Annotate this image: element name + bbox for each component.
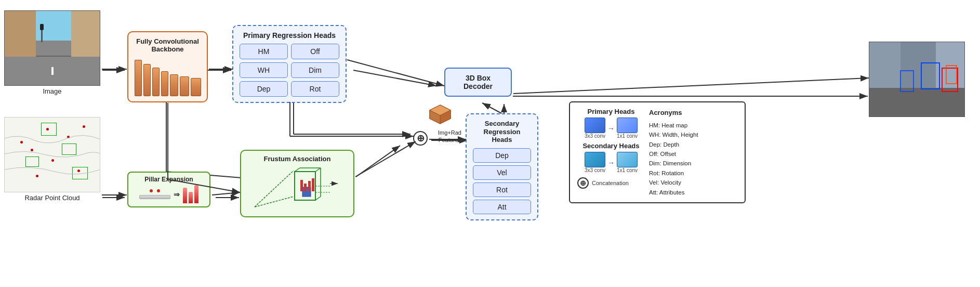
secondary-heads-title: SecondaryRegressionHeads <box>473 120 531 144</box>
features-label: Img+RadFeatures <box>438 129 461 144</box>
radar-image <box>4 117 100 192</box>
legend-block-3x3-primary: 3x3 conv <box>585 118 605 139</box>
road-line <box>51 67 54 75</box>
legend-box: Primary Heads 3x3 conv → 1x1 conv Second… <box>569 101 746 203</box>
main-diagram: Image Radar Point Cloud <box>0 0 980 287</box>
terrain-lines <box>5 118 100 192</box>
pillar-bar-2 <box>189 192 193 203</box>
street-image-block: Image <box>4 10 100 95</box>
pillar-box: Pillar Expansion ⇒ <box>127 172 210 207</box>
legend-3x3-label: 3x3 conv <box>585 133 605 139</box>
svg-line-4 <box>353 70 436 86</box>
svg-line-10 <box>356 146 400 177</box>
pillar-dot-1 <box>150 189 153 192</box>
conv-block-1x1-sec <box>617 152 638 167</box>
pillar-bar-3 <box>194 185 198 203</box>
output-image-block <box>869 42 965 117</box>
svg-rect-37 <box>900 71 913 92</box>
secondary-head-dep: Dep <box>473 148 531 163</box>
secondary-heads-box: SecondaryRegressionHeads Dep Vel Rot Att <box>466 113 538 220</box>
conv-block-3x3 <box>585 118 605 133</box>
head-cell-dep: Dep <box>240 81 288 97</box>
conv-layer-4 <box>161 71 168 96</box>
legend-arrow-2: → <box>607 159 615 167</box>
conv-layers-visual <box>135 57 201 96</box>
conv-layer-5 <box>170 74 178 96</box>
legend-arrow-1: → <box>607 124 615 133</box>
features-label-node: Img+RadFeatures <box>438 129 461 144</box>
acronym-vel: Vel: Velocity <box>649 178 737 187</box>
pillar-ground <box>139 189 170 199</box>
acronym-off: Off: Offset <box>649 149 737 159</box>
frustum-label: Frustum Association <box>264 155 331 163</box>
backbone-title: Fully Convolutional Backbone <box>136 37 199 53</box>
secondary-heads-grid: Dep Vel Rot Att <box>473 148 531 214</box>
conv-block-3x3-sec <box>585 152 605 167</box>
svg-rect-35 <box>921 63 939 89</box>
legend-block-1x1-secondary: 1x1 conv <box>617 152 638 173</box>
svg-rect-28 <box>308 181 311 191</box>
legend-1x1-label: 1x1 conv <box>617 133 638 139</box>
output-image <box>869 42 965 117</box>
legend-block-1x1-primary: 1x1 conv <box>617 118 638 139</box>
legend-primary-conv: 3x3 conv → 1x1 conv <box>577 118 645 139</box>
svg-rect-29 <box>312 178 314 191</box>
primary-heads-box: Primary Regression Heads HM Off WH Dim D… <box>232 25 347 103</box>
street-image <box>4 10 100 86</box>
concat-circle-node: ⊕ <box>413 131 428 146</box>
svg-line-49 <box>355 141 416 177</box>
pillar-expansion-node: Pillar Expansion ⇒ <box>127 172 210 207</box>
acronym-dim: Dim: Dimension <box>649 159 737 168</box>
conv-layer-6 <box>180 76 189 96</box>
conv-layer-1 <box>135 60 142 96</box>
ground-plane <box>139 195 170 199</box>
head-cell-off: Off <box>291 44 339 59</box>
svg-rect-36 <box>942 68 958 92</box>
primary-heads-node: Primary Regression Heads HM Off WH Dim D… <box>232 25 347 103</box>
legend-inner: Primary Heads 3x3 conv → 1x1 conv Second… <box>577 108 737 197</box>
primary-heads-title: Primary Regression Heads <box>240 31 339 40</box>
secondary-head-att: Att <box>473 200 531 214</box>
concat-label: Concatenation <box>592 180 629 186</box>
legend-concat-row: ⊕ Concatenation <box>577 177 645 189</box>
legend-conv-col: Primary Heads 3x3 conv → 1x1 conv Second… <box>577 108 645 197</box>
legend-1x1-sec-label: 1x1 conv <box>617 167 638 173</box>
svg-line-26 <box>315 197 321 200</box>
conv-layer-2 <box>143 64 151 96</box>
cube-icon-node <box>429 104 452 126</box>
head-cell-wh: WH <box>240 62 288 78</box>
svg-rect-31 <box>300 180 303 191</box>
concat-circle: ⊕ <box>413 131 428 146</box>
svg-line-22 <box>295 168 300 172</box>
pillar-dot-2 <box>157 189 160 192</box>
conv-layer-7 <box>191 78 201 96</box>
pillar-bars <box>183 185 198 203</box>
legend-block-3x3-secondary: 3x3 conv <box>585 152 605 173</box>
pillar-bar-1 <box>183 188 187 203</box>
conv-layer-3 <box>152 68 160 96</box>
svg-line-53 <box>482 103 501 113</box>
decoder-node: 3D BoxDecoder <box>444 68 512 97</box>
acronym-att: Att: Attributes <box>649 188 737 197</box>
decoder-box: 3D BoxDecoder <box>444 68 512 97</box>
legend-secondary-title: Secondary Heads <box>577 142 645 150</box>
head-cell-hm: HM <box>240 44 288 59</box>
head-cell-dim: Dim <box>291 62 339 78</box>
frustum-node: Frustum Association <box>240 150 354 217</box>
pillar-arrow-sym: ⇒ <box>174 190 180 199</box>
acronym-hm: HM: Heat map <box>649 121 737 130</box>
svg-rect-30 <box>304 184 307 191</box>
acronym-wh: WH: Width, Height <box>649 130 737 139</box>
cube-icon <box>429 104 452 125</box>
svg-line-43 <box>347 60 444 86</box>
frustum-box: Frustum Association <box>240 150 354 217</box>
primary-heads-grid: HM Off WH Dim Dep Rot <box>240 44 339 97</box>
road <box>5 57 100 85</box>
backbone-box: Fully Convolutional Backbone <box>127 31 208 102</box>
pillar-visual-group: ⇒ <box>139 185 198 203</box>
acronyms-title: Acronyms <box>649 108 737 119</box>
acronym-rot: Rot: Rotation <box>649 168 737 178</box>
output-boxes-svg <box>869 42 965 117</box>
secondary-heads-node: SecondaryRegressionHeads Dep Vel Rot Att <box>466 113 538 220</box>
legend-node: Primary Heads 3x3 conv → 1x1 conv Second… <box>569 101 746 203</box>
